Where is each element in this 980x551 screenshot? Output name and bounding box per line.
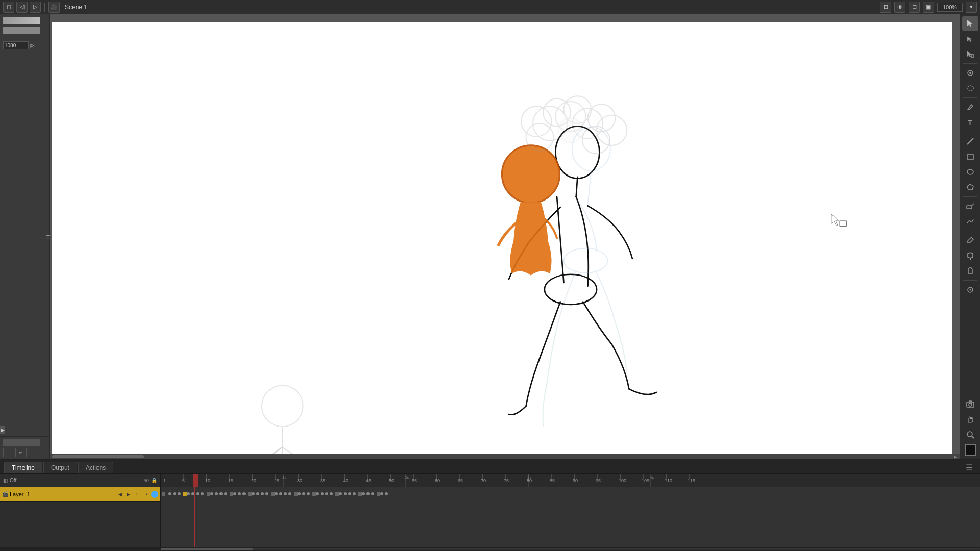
fill-tool-button[interactable] <box>962 66 978 80</box>
svg-marker-37 <box>967 184 973 190</box>
svg-line-47 <box>972 436 974 438</box>
hand-tool-button[interactable] <box>962 412 978 427</box>
polygon-tool-button[interactable] <box>962 180 978 194</box>
svg-text:110: 110 <box>665 478 672 483</box>
ink-bottle-button[interactable] <box>962 264 978 278</box>
color-section <box>0 14 49 39</box>
svg-line-8 <box>576 177 578 197</box>
svg-point-128 <box>265 492 268 495</box>
layer-add-keyframe-btn[interactable]: + <box>133 491 140 498</box>
rect-tool-button[interactable] <box>962 149 978 164</box>
transform-tool-button[interactable] <box>962 47 978 61</box>
svg-point-135 <box>298 492 301 495</box>
camera-toolbar[interactable]: 🎥 <box>48 2 60 13</box>
zoom-dropdown[interactable]: ▾ <box>966 2 977 13</box>
color-bar-2[interactable] <box>3 27 40 34</box>
layer-play-btn[interactable]: ▶ <box>125 491 132 498</box>
text-tool-button[interactable]: T <box>962 115 978 130</box>
eye-icon-header[interactable]: 👁 <box>144 478 149 483</box>
camera-tool-button[interactable] <box>962 397 978 411</box>
props-input-value[interactable] <box>3 41 29 49</box>
display-mode-btn[interactable]: ⊞ <box>880 2 891 13</box>
canvas-h-scrollbar[interactable]: ▶ <box>50 454 960 459</box>
prev-button[interactable]: ◁ <box>16 2 28 13</box>
expand-arrow[interactable]: ▶ <box>0 426 5 434</box>
cursor-group <box>831 214 847 226</box>
svg-text:100: 100 <box>619 478 626 483</box>
svg-point-154 <box>385 492 388 495</box>
new-button[interactable]: ◻ <box>3 2 14 13</box>
grid-btn[interactable]: ⊟ <box>909 2 920 13</box>
expand-area: ▶ <box>0 426 49 436</box>
svg-point-123 <box>242 492 246 495</box>
timeline-content: 🎬 Layer_1 ◀ ▶ + • <box>0 487 980 547</box>
color-swatch-area[interactable] <box>962 443 978 457</box>
left-bottom-section: ... ✏ <box>0 436 49 459</box>
layer-keyframe-dot: • <box>143 491 150 498</box>
svg-line-39 <box>972 204 974 206</box>
layer-prev-frame-btn[interactable]: ◀ <box>116 491 124 498</box>
color-swatch-black[interactable] <box>965 444 976 456</box>
dropper-tool-button[interactable] <box>962 233 978 247</box>
move-tool-button[interactable] <box>962 32 978 46</box>
svg-text:20: 20 <box>251 478 256 483</box>
lasso-tool-button[interactable] <box>962 81 978 95</box>
eraser-tool-button[interactable] <box>962 199 978 213</box>
view-btn[interactable]: 👁 <box>894 2 905 13</box>
tab-actions[interactable]: Actions <box>78 462 113 473</box>
svg-rect-138 <box>312 492 316 496</box>
layout-btn[interactable]: ▣ <box>923 2 934 13</box>
canvas-scroll-thumb[interactable] <box>52 455 144 458</box>
svg-point-141 <box>325 492 328 495</box>
svg-rect-29 <box>971 55 974 57</box>
tool-sep-3 <box>963 132 977 132</box>
svg-point-149 <box>362 492 365 495</box>
svg-text:5: 5 <box>182 478 185 483</box>
layer-name[interactable]: Layer_1 <box>10 491 115 497</box>
svg-point-22 <box>572 127 610 171</box>
pen-tool-button[interactable] <box>962 100 978 114</box>
timeline-settings-button[interactable]: ☰ <box>963 462 976 473</box>
ruler-svg: 1 5 10 15 20 25 1s <box>161 474 980 487</box>
svg-point-122 <box>238 492 241 495</box>
zoom-tool-button[interactable] <box>962 428 978 442</box>
svg-point-36 <box>967 169 973 174</box>
svg-text:1: 1 <box>163 478 166 483</box>
color-bar-1[interactable] <box>3 17 40 24</box>
timeline-h-scrollbar[interactable] <box>0 547 980 551</box>
svg-text:105: 105 <box>642 478 649 483</box>
svg-rect-120 <box>230 492 233 496</box>
svg-rect-148 <box>358 492 362 496</box>
off-label: Off <box>10 478 16 483</box>
line-tool-button[interactable] <box>962 134 978 148</box>
scene-label: Scene 1 <box>65 4 87 11</box>
smooth-tool-button[interactable] <box>962 214 978 229</box>
lock-icon-header[interactable]: 🔒 <box>151 478 157 483</box>
canvas-area[interactable]: ▶ <box>50 14 960 459</box>
stroke-size-input[interactable]: ... <box>3 448 14 457</box>
timeline-scroll-thumb[interactable] <box>161 548 253 550</box>
tab-output[interactable]: Output <box>43 462 77 473</box>
next-button[interactable]: ▷ <box>30 2 41 13</box>
svg-point-142 <box>330 492 333 495</box>
select-tool-button[interactable] <box>962 16 978 31</box>
eyedropper2-button[interactable] <box>962 283 978 297</box>
bucket-tool-button[interactable] <box>962 248 978 263</box>
svg-point-109 <box>178 492 181 495</box>
svg-point-23 <box>564 248 608 273</box>
svg-point-32 <box>967 86 973 91</box>
pencil-edit-btn[interactable]: ✏ <box>15 448 27 457</box>
zoom-display[interactable]: 100% <box>937 3 963 12</box>
ellipse-tool-button[interactable] <box>962 165 978 179</box>
svg-point-139 <box>316 492 319 495</box>
svg-point-140 <box>321 492 324 495</box>
main-area: px ▶ ≡ ... ✏ <box>0 14 980 459</box>
right-toolbar: T <box>960 14 980 459</box>
svg-point-127 <box>261 492 264 495</box>
frames-area[interactable] <box>161 487 980 547</box>
svg-line-3 <box>282 447 303 454</box>
layer-icon-header[interactable]: ◧ <box>3 478 8 483</box>
svg-text:60: 60 <box>435 478 440 483</box>
layer-color-swatch[interactable] <box>151 491 158 498</box>
tab-timeline[interactable]: Timeline <box>4 462 42 473</box>
